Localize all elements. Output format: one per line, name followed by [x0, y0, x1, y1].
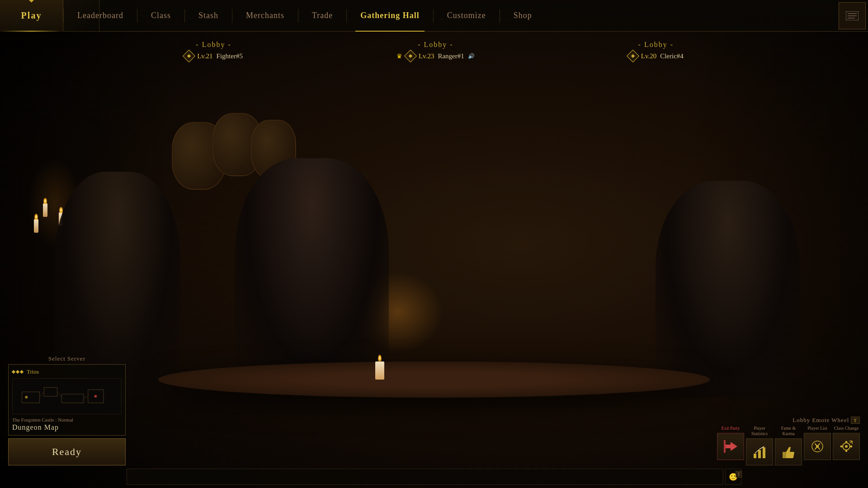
nav-play-tab[interactable]: Play [0, 0, 63, 32]
svg-point-13 [94, 395, 97, 398]
player-icon-3 [627, 50, 639, 62]
player-level-1: Lv.21 [197, 52, 212, 60]
left-panel: Select Server Trios [8, 355, 126, 465]
svg-rect-18 [758, 450, 761, 458]
nav-customize[interactable]: Customize [434, 0, 500, 32]
lobby-emote-label: Lobby Emote Wheel T [793, 417, 860, 424]
scroll-icon [846, 11, 859, 20]
lobby-label-3: - Lobby - [638, 41, 674, 49]
settings-icon[interactable] [839, 2, 866, 29]
chat-input-wrapper [127, 469, 723, 485]
nav-shop[interactable]: Shop [500, 0, 546, 32]
player-list-icon [804, 433, 831, 460]
exit-party-label: Exit Party [722, 426, 740, 431]
svg-rect-25 [845, 441, 847, 443]
svg-rect-27 [840, 446, 842, 447]
nav-merchants[interactable]: Merchants [232, 0, 298, 32]
player-info-2: ♛ Lv.23 Ranger#1 🔊 [396, 52, 475, 61]
nav-stash[interactable]: Stash [185, 0, 232, 32]
exit-arrow-icon [724, 440, 737, 453]
lobby-emote-text: Lobby Emote Wheel [793, 417, 849, 424]
ready-button[interactable]: Ready [8, 438, 126, 465]
fame-karma-button[interactable]: Fame & Karma [775, 426, 802, 465]
svg-rect-28 [850, 446, 852, 447]
player-icon-inner-2 [409, 54, 412, 58]
svg-rect-4 [13, 379, 121, 414]
player-lobby-cleric: - Lobby - Lv.20 Cleric#4 [628, 41, 684, 61]
select-server-label[interactable]: Select Server [8, 355, 126, 362]
trios-dot-3 [20, 370, 24, 374]
chat-input[interactable] [132, 473, 718, 480]
player-icon-inner-1 [187, 54, 191, 58]
fame-karma-label: Fame & Karma [775, 426, 802, 436]
character-cleric [656, 181, 800, 398]
class-change-button[interactable]: Class Change [833, 426, 860, 460]
nav-gathering-hall[interactable]: Gathering Hall [347, 0, 433, 32]
wall-candle-1 [43, 203, 47, 217]
play-diamond [29, 0, 34, 3]
top-navigation: Play Leaderboard Class Stash Merchants T… [0, 0, 868, 32]
ready-label: Ready [52, 446, 82, 458]
player-lobby-fighter: - Lobby - Lv.21 Fighter#5 [184, 41, 243, 61]
exit-party-button[interactable]: Exit Party [717, 426, 744, 460]
chat-bar: 🙂 T [127, 465, 741, 488]
dungeon-map-svg [13, 379, 121, 414]
player-level-3: Lv.20 [641, 52, 656, 60]
player-info-1: Lv.21 Fighter#5 [184, 52, 243, 61]
thumbs-up-icon [782, 446, 795, 458]
chat-t-key-badge: T [736, 471, 742, 478]
player-class-2: Ranger#1 [438, 52, 464, 60]
player-lobbies: - Lobby - Lv.21 Fighter#5 - Lobby - ♛ Lv… [0, 41, 868, 61]
player-icon-2 [404, 50, 417, 62]
svg-rect-16 [724, 440, 726, 453]
svg-point-24 [845, 445, 848, 448]
player-statistics-button[interactable]: Player Statistics [746, 426, 773, 465]
mode-label: Trios [27, 368, 39, 375]
player-icon-inner-3 [631, 54, 634, 58]
player-class-3: Cleric#4 [660, 52, 684, 60]
dungeon-card[interactable]: Trios The Forgotten Castle : Normal D [8, 364, 126, 436]
class-change-gear-icon [840, 440, 853, 453]
fame-karma-icon [775, 438, 802, 465]
player-lobby-ranger: - Lobby - ♛ Lv.23 Ranger#1 🔊 [396, 41, 475, 61]
class-change-label: Class Change [834, 426, 859, 431]
svg-marker-15 [731, 442, 737, 451]
player-icon-1 [183, 50, 195, 62]
player-statistics-icon [746, 438, 773, 465]
play-label: Play [21, 10, 42, 21]
dungeon-name: Dungeon Map [12, 423, 122, 432]
dungeon-subtitle: The Forgotten Castle : Normal [12, 417, 122, 422]
exit-party-icon [717, 433, 744, 460]
right-panel: Lobby Emote Wheel T Exit Party Player St… [717, 417, 860, 465]
wall-candle-2 [34, 219, 38, 233]
player-list-label: Player List [807, 426, 827, 431]
svg-rect-19 [763, 447, 765, 458]
trios-dot-2 [16, 370, 19, 374]
dungeon-map-preview [12, 378, 122, 414]
class-change-icon [833, 433, 860, 460]
crossed-swords-icon [811, 440, 824, 453]
crown-icon: ♛ [396, 52, 402, 60]
tavern-table [158, 361, 710, 398]
character-ranger [235, 158, 389, 393]
svg-point-12 [25, 396, 28, 399]
svg-rect-26 [845, 450, 847, 452]
player-level-2: Lv.23 [419, 52, 434, 60]
table-candle [375, 361, 384, 380]
chat-emote-button[interactable]: 🙂 T [725, 469, 741, 485]
action-buttons: Exit Party Player Statistics [717, 426, 860, 465]
svg-rect-20 [783, 452, 786, 458]
lobby-label-2: - Lobby - [418, 41, 453, 49]
svg-point-22 [816, 445, 819, 448]
nav-class[interactable]: Class [137, 0, 184, 32]
player-statistics-label: Player Statistics [746, 426, 773, 436]
trios-dots [12, 371, 23, 373]
nav-trade[interactable]: Trade [298, 0, 346, 32]
dungeon-card-header: Trios [12, 368, 122, 375]
svg-rect-17 [754, 454, 756, 458]
sound-icon[interactable]: 🔊 [468, 53, 475, 60]
lobby-label-1: - Lobby - [196, 41, 231, 49]
emote-key-badge: T [851, 417, 860, 424]
nav-leaderboard[interactable]: Leaderboard [64, 0, 137, 32]
player-list-button[interactable]: Player List [804, 426, 831, 460]
